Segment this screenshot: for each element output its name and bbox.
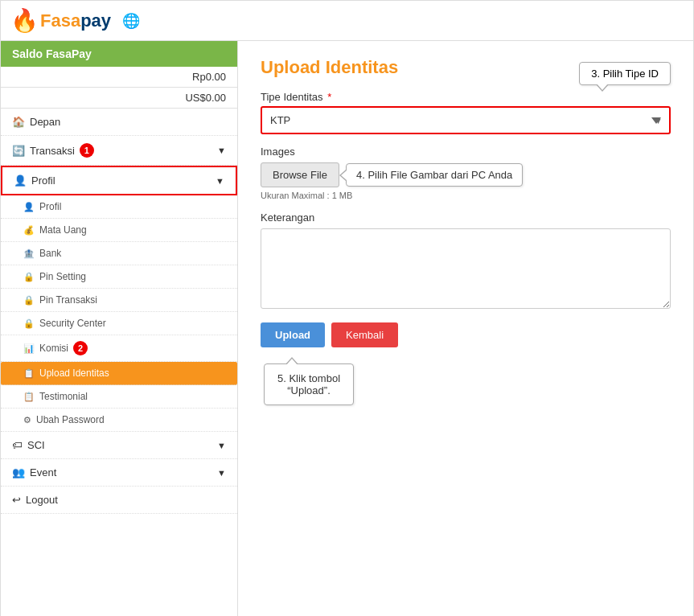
tipe-identitas-select[interactable]: KTP SIM Passport [261, 106, 671, 134]
sidebar-item-transaksi[interactable]: 🔄 Transaksi 1 ▼ [1, 136, 237, 166]
komisi-badge: 2 [73, 341, 88, 355]
sidebar-item-pin-transaksi[interactable]: 🔒 Pin Transaksi [1, 289, 237, 312]
sidebar-item-upload-identitas[interactable]: 📋 Upload Identitas [1, 362, 237, 385]
sci-arrow-icon: ▼ [217, 441, 226, 450]
upload-identitas-icon: 📋 [23, 368, 35, 379]
file-upload-row: Browse File 4. Pilih File Gambar dari PC… [261, 162, 671, 187]
ubah-password-label: Ubah Password [36, 414, 105, 425]
step3-callout-text: 3. Pilih Tipe ID [591, 68, 659, 80]
bank-label: Bank [39, 248, 61, 259]
testimonial-icon: 📋 [23, 392, 35, 402]
tipe-identitas-label: Tipe Identitas * [261, 91, 671, 103]
upload-button[interactable]: Upload [261, 322, 325, 347]
tipe-identitas-select-wrapper: KTP SIM Passport [261, 106, 671, 134]
profil-subnav: 👤 Profil 💰 Mata Uang 🏦 Bank 🔒 Pin Settin… [1, 195, 237, 432]
required-star: * [327, 91, 331, 103]
event-icon: 👥 [12, 466, 25, 478]
profil-sub-icon: 👤 [23, 202, 35, 212]
profil-sub-label: Profil [39, 201, 61, 212]
sci-icon: 🏷 [12, 439, 23, 451]
sidebar-item-testimonial[interactable]: 📋 Testimonial [1, 385, 237, 409]
sidebar-item-logout[interactable]: ↩ Logout [1, 487, 237, 514]
balance-rp: Rp0.00 [192, 71, 226, 83]
ubah-password-icon: ⚙ [23, 415, 31, 425]
pin-transaksi-label: Pin Transaksi [39, 294, 97, 306]
saldo-label: Saldo FasaPay [12, 47, 92, 60]
keterangan-group: Keterangan [261, 211, 671, 311]
logo-flame-icon: 🔥 [10, 7, 39, 34]
sidebar-item-bank[interactable]: 🏦 Bank [1, 242, 237, 265]
sidebar-item-pin-setting[interactable]: 🔒 Pin Setting [1, 265, 237, 289]
tipe-identitas-group: 3. Pilih Tipe ID Tipe Identitas * KTP SI… [261, 91, 671, 134]
event-arrow-icon: ▼ [217, 468, 226, 478]
komisi-icon: 📊 [23, 343, 35, 354]
logout-icon: ↩ [12, 494, 21, 506]
images-label: Images [261, 146, 671, 158]
mata-uang-icon: 💰 [23, 225, 35, 236]
transaksi-badge: 1 [80, 143, 94, 158]
step3-callout: 3. Pilih Tipe ID [579, 62, 671, 85]
logo: 🔥 Fasapay [10, 7, 111, 34]
logo-pay: pay [80, 10, 111, 31]
step5-line1: 5. Klik tombol [277, 372, 340, 384]
upload-identitas-label: Upload Identitas [39, 368, 109, 379]
transaksi-icon: 🔄 [12, 145, 25, 157]
nav-depan-label: Depan [30, 116, 60, 128]
step5-callout-wrapper: 5. Klik tombol “Upload”. [264, 355, 671, 405]
content-area: Upload Identitas 3. Pilih Tipe ID Tipe I… [238, 41, 693, 616]
nav-transaksi-label: Transaksi [30, 145, 75, 157]
kembali-button[interactable]: Kembali [331, 322, 398, 347]
profil-arrow-icon: ▼ [216, 176, 224, 186]
sidebar-item-ubah-password[interactable]: ⚙ Ubah Password [1, 409, 237, 432]
action-row: Upload Kembali [261, 322, 671, 347]
keterangan-label: Keterangan [261, 211, 671, 224]
step5-callout: 5. Klik tombol “Upload”. [264, 363, 354, 405]
bank-icon: 🏦 [23, 248, 35, 259]
saldo-box: Saldo FasaPay [1, 41, 237, 67]
sidebar-item-profil-sub[interactable]: 👤 Profil [1, 195, 237, 219]
header: 🔥 Fasapay 🌐 [1, 1, 693, 41]
step3-arrow-inner [597, 84, 608, 90]
file-size-note: Ukuran Maximal : 1 MB [261, 191, 671, 200]
browse-file-button[interactable]: Browse File [261, 162, 339, 187]
security-icon: 🔒 [23, 318, 35, 329]
images-group: Images Browse File 4. Pilih File Gambar … [261, 146, 671, 200]
sidebar-item-mata-uang[interactable]: 💰 Mata Uang [1, 219, 237, 242]
sidebar: Saldo FasaPay Rp0.00 US$0.00 🏠 Depan 🔄 T… [1, 41, 238, 616]
balance-rp-row: Rp0.00 [1, 67, 237, 88]
transaksi-arrow-icon: ▼ [217, 146, 226, 155]
testimonial-label: Testimonial [39, 391, 88, 402]
nav-profil-label: Profil [31, 175, 55, 187]
sidebar-item-event[interactable]: 👥 Event ▼ [1, 459, 237, 487]
balance-us-row: US$0.00 [1, 88, 237, 109]
sidebar-item-komisi[interactable]: 📊 Komisi 2 [1, 335, 237, 362]
step4-callout: 4. Pilih File Gambar dari PC Anda [346, 163, 523, 187]
event-label: Event [30, 466, 56, 478]
sidebar-item-sci[interactable]: 🏷 SCI ▼ [1, 432, 237, 459]
profil-icon: 👤 [14, 175, 27, 187]
sci-label: SCI [27, 439, 45, 451]
balance-us: US$0.00 [185, 92, 226, 104]
sidebar-item-profil[interactable]: 👤 Profil ▼ [1, 166, 237, 195]
komisi-label: Komisi [39, 343, 68, 354]
security-center-label: Security Center [39, 318, 106, 329]
sidebar-item-depan[interactable]: 🏠 Depan [1, 109, 237, 136]
keterangan-textarea[interactable] [261, 228, 671, 309]
pin-setting-label: Pin Setting [39, 271, 86, 282]
home-icon: 🏠 [12, 116, 25, 128]
mata-uang-label: Mata Uang [39, 224, 87, 236]
step4-callout-text: 4. Pilih File Gambar dari PC Anda [356, 169, 512, 181]
logout-label: Logout [26, 494, 58, 506]
step5-line2: “Upload”. [277, 384, 340, 396]
logo-fasa: Fasa [40, 10, 80, 31]
sidebar-item-security-center[interactable]: 🔒 Security Center [1, 312, 237, 335]
pin-transaksi-icon: 🔒 [23, 295, 35, 306]
pin-setting-icon: 🔒 [23, 272, 35, 282]
globe-icon[interactable]: 🌐 [122, 12, 140, 30]
